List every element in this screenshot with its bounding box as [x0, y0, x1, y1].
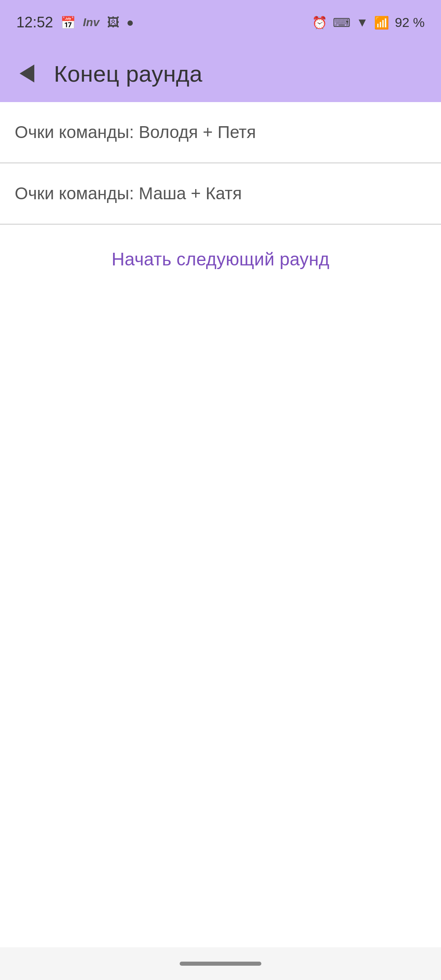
dot-icon: ● — [127, 16, 134, 29]
team1-score-label: Очки команды: Володя + Петя — [15, 122, 256, 142]
calendar-icon: 📅 — [60, 16, 76, 30]
status-bar: 12:52 📅 Inv 🖼 ● ⏰ ⌨ ▼ 📶 92 % — [0, 0, 441, 45]
page-title: Конец раунда — [54, 60, 203, 87]
alarm-icon: ⏰ — [312, 16, 327, 30]
back-button[interactable] — [12, 59, 42, 88]
next-round-container: Начать следующий раунд — [0, 225, 441, 294]
team2-score-field[interactable]: Очки команды: Маша + Катя — [0, 163, 441, 225]
keyboard-icon: ⌨ — [333, 16, 350, 30]
status-bar-right: ⏰ ⌨ ▼ 📶 92 % — [312, 15, 425, 30]
time-display: 12:52 — [16, 14, 53, 31]
main-content: Очки команды: Володя + Петя Очки команды… — [0, 102, 441, 294]
inv-label: Inv — [83, 16, 99, 29]
gallery-icon: 🖼 — [107, 16, 119, 29]
back-arrow-icon — [20, 65, 34, 82]
signal-icon: 📶 — [374, 16, 389, 30]
status-bar-left: 12:52 📅 Inv 🖼 ● — [16, 14, 134, 31]
battery-display: 92 % — [395, 15, 425, 30]
team2-score-label: Очки команды: Маша + Катя — [15, 184, 242, 203]
nav-bar — [0, 947, 441, 980]
wifi-icon: ▼ — [356, 16, 368, 29]
nav-home-indicator[interactable] — [180, 962, 261, 966]
app-bar: Конец раунда — [0, 45, 441, 102]
team1-score-field[interactable]: Очки команды: Володя + Петя — [0, 102, 441, 163]
next-round-button[interactable]: Начать следующий раунд — [111, 249, 329, 270]
